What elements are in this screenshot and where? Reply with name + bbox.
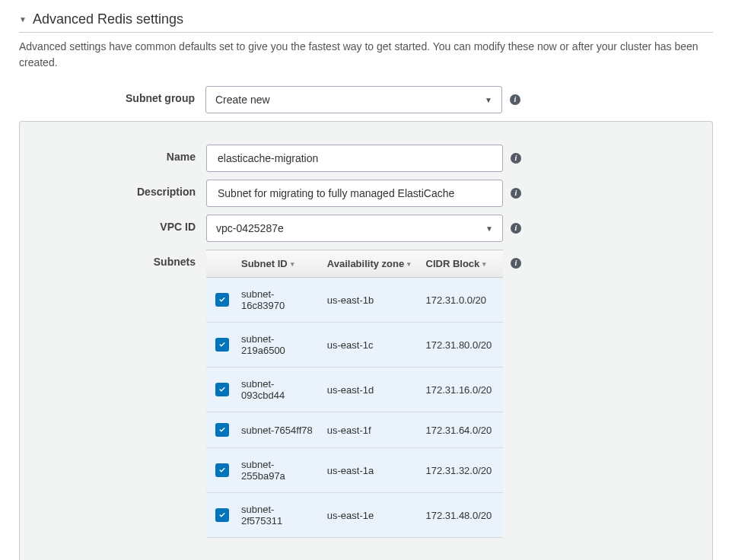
vpc-id-select[interactable]: vpc-0425287e ▼ [206, 215, 503, 242]
col-cidr-block[interactable]: CIDR Block▾ [420, 250, 503, 278]
subnet-id-cell: subnet-7654ff78 [235, 412, 321, 448]
section-header[interactable]: ▼ Advanced Redis settings [19, 11, 713, 33]
subnet-id-cell: subnet-2f575311 [235, 493, 321, 538]
subnet-id-cell: subnet-255ba97a [235, 448, 321, 493]
row-checkbox[interactable] [215, 508, 229, 522]
name-input-wrapper [206, 145, 503, 172]
az-cell: us-east-1d [321, 368, 420, 412]
name-input[interactable] [216, 151, 493, 165]
subnet-id-cell: subnet-093cbd44 [235, 368, 321, 412]
table-row[interactable]: subnet-219a6500us-east-1c172.31.80.0/20 [206, 323, 503, 368]
info-icon[interactable]: i [511, 223, 521, 234]
row-checkbox[interactable] [215, 463, 229, 477]
col-availability-zone[interactable]: Availability zone▾ [321, 250, 420, 278]
subnet-group-label: Subnet group [19, 86, 205, 104]
cidr-cell: 172.31.64.0/20 [420, 412, 503, 448]
description-input[interactable] [216, 186, 493, 200]
cidr-cell: 172.31.32.0/20 [420, 448, 503, 493]
table-row[interactable]: subnet-16c83970us-east-1b172.31.0.0/20 [206, 278, 503, 323]
az-cell: us-east-1a [321, 448, 420, 493]
section-title: Advanced Redis settings [33, 11, 183, 27]
sort-icon: ▾ [291, 260, 294, 268]
subnet-group-create-panel: Name i Description i VPC ID vpc-0425287e… [19, 121, 713, 560]
row-checkbox[interactable] [215, 383, 229, 396]
vpc-id-label: VPC ID [20, 215, 206, 233]
col-subnet-id[interactable]: Subnet ID▾ [235, 250, 321, 278]
subnets-table: Subnet ID▾ Availability zone▾ CIDR Block… [206, 250, 503, 538]
name-label: Name [20, 145, 206, 163]
az-cell: us-east-1f [321, 412, 420, 448]
sort-icon: ▾ [407, 260, 411, 268]
cidr-cell: 172.31.80.0/20 [420, 323, 503, 368]
info-icon[interactable]: i [511, 188, 521, 199]
vpc-id-value: vpc-0425287e [216, 222, 284, 234]
col-checkbox [206, 250, 235, 278]
info-icon[interactable]: i [511, 258, 521, 269]
description-label: Description [20, 180, 206, 198]
chevron-down-icon: ▼ [485, 224, 493, 233]
az-cell: us-east-1e [321, 493, 420, 538]
subnet-group-value: Create new [215, 94, 270, 106]
table-row[interactable]: subnet-2f575311us-east-1e172.31.48.0/20 [206, 493, 503, 538]
az-cell: us-east-1b [321, 278, 420, 323]
subnet-id-cell: subnet-219a6500 [235, 323, 321, 368]
cidr-cell: 172.31.16.0/20 [420, 368, 503, 412]
table-row[interactable]: subnet-093cbd44us-east-1d172.31.16.0/20 [206, 368, 503, 412]
info-icon[interactable]: i [511, 153, 521, 164]
info-icon[interactable]: i [510, 94, 520, 105]
table-row[interactable]: subnet-255ba97aus-east-1a172.31.32.0/20 [206, 448, 503, 493]
row-checkbox[interactable] [215, 338, 229, 352]
cidr-cell: 172.31.48.0/20 [420, 493, 503, 538]
collapse-caret-icon: ▼ [19, 15, 27, 24]
row-checkbox[interactable] [215, 293, 229, 307]
chevron-down-icon: ▼ [485, 96, 492, 104]
cidr-cell: 172.31.0.0/20 [420, 278, 503, 323]
description-input-wrapper [206, 180, 503, 207]
section-description: Advanced settings have common defaults s… [19, 39, 713, 71]
az-cell: us-east-1c [321, 323, 420, 368]
sort-icon: ▾ [482, 260, 486, 268]
subnets-label: Subnets [20, 250, 206, 268]
row-checkbox[interactable] [215, 423, 229, 437]
subnet-group-select[interactable]: Create new ▼ [205, 86, 502, 113]
table-row[interactable]: subnet-7654ff78us-east-1f172.31.64.0/20 [206, 412, 503, 448]
subnet-id-cell: subnet-16c83970 [235, 278, 321, 323]
